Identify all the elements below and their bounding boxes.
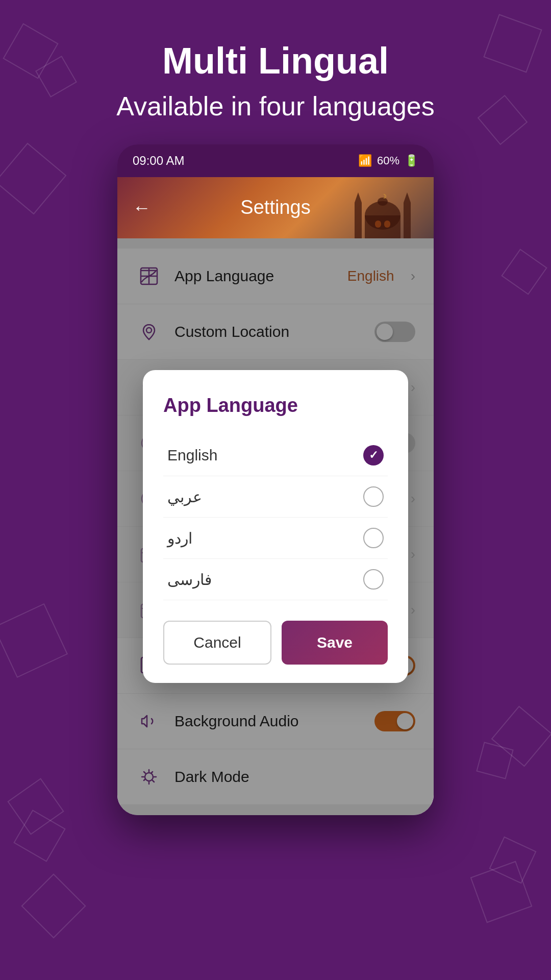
main-title: Multi Lingual <box>0 41 551 81</box>
language-name-english: English <box>167 447 217 464</box>
battery-percent: 60% <box>377 154 399 167</box>
svg-rect-1 <box>365 215 400 238</box>
status-time: 09:00 AM <box>133 154 184 168</box>
svg-rect-9 <box>384 220 390 228</box>
language-option-english[interactable]: English <box>163 435 388 476</box>
dialog-buttons: Cancel Save <box>163 621 388 665</box>
settings-content: App Language English › Custom Location <box>117 238 434 815</box>
page-header: Multi Lingual Available in four language… <box>0 0 551 144</box>
radio-english <box>363 445 384 465</box>
language-name-urdu: اردو <box>167 529 192 547</box>
radio-arabic <box>363 486 384 507</box>
sub-title: Available in four languages <box>0 89 551 124</box>
language-name-persian: فارسی <box>167 571 212 589</box>
phone-mockup: 09:00 AM 📶 60% 🔋 ← Settings <box>117 144 434 815</box>
dialog-overlay: App Language English عربي اردو <box>117 238 434 815</box>
save-button[interactable]: Save <box>282 621 388 665</box>
status-icons: 📶 60% 🔋 <box>358 154 418 167</box>
language-name-arabic: عربي <box>167 488 202 506</box>
radio-persian <box>363 569 384 590</box>
battery-icon: 🔋 <box>405 154 418 167</box>
svg-marker-5 <box>404 192 411 203</box>
cancel-button[interactable]: Cancel <box>163 621 271 665</box>
svg-marker-3 <box>355 192 362 203</box>
signal-icon: 📶 <box>358 154 372 167</box>
radio-urdu <box>363 528 384 548</box>
svg-rect-8 <box>375 220 381 228</box>
language-option-persian[interactable]: فارسی <box>163 559 388 600</box>
svg-text:☽: ☽ <box>381 193 387 200</box>
svg-rect-2 <box>355 203 362 238</box>
mosque-silhouette: ☽ <box>332 187 434 238</box>
back-button[interactable]: ← <box>133 197 151 218</box>
status-bar: 09:00 AM 📶 60% 🔋 <box>117 144 434 177</box>
dialog-title: App Language <box>163 395 388 416</box>
app-header: ← Settings ☽ <box>117 177 434 238</box>
language-dialog: App Language English عربي اردو <box>143 370 408 683</box>
language-option-urdu[interactable]: اردو <box>163 518 388 559</box>
svg-rect-4 <box>404 203 411 238</box>
language-option-arabic[interactable]: عربي <box>163 476 388 518</box>
